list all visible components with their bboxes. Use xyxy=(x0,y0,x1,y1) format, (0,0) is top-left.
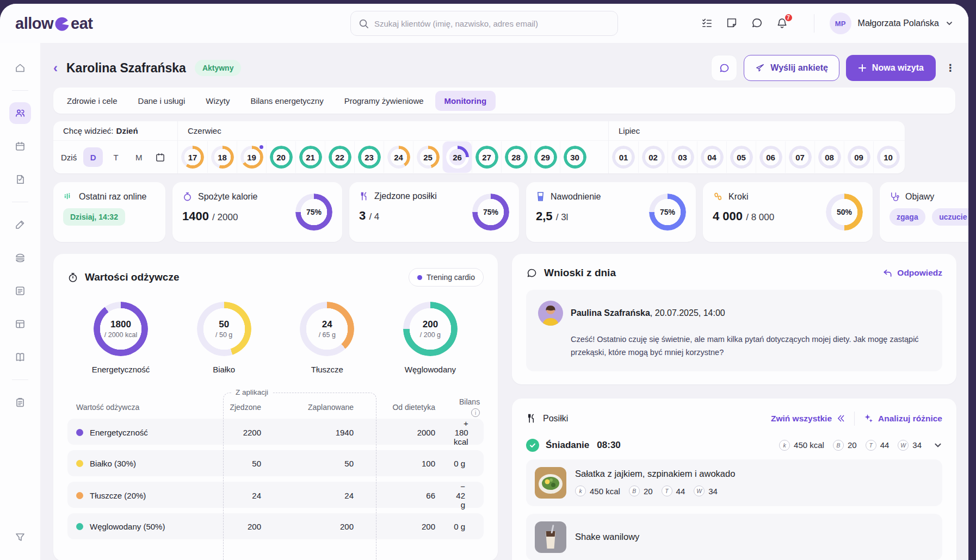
message-client-button[interactable] xyxy=(711,55,737,81)
meal-item-title: Sałatka z jajkiem, szpinakiem i awokado xyxy=(575,469,735,479)
sidebar xyxy=(0,43,40,560)
notes-icon[interactable] xyxy=(726,17,739,30)
sidebar-item-calendar[interactable] xyxy=(9,135,31,157)
tab-0[interactable]: Zdrowie i cele xyxy=(58,91,127,111)
day-cell-26[interactable]: 26 xyxy=(442,141,472,173)
last-online-value: Dzisiaj, 14:32 xyxy=(63,208,125,226)
training-tag[interactable]: Trening cardio xyxy=(409,268,484,287)
search-input[interactable] xyxy=(374,19,610,28)
collapse-all-button[interactable]: Zwiń wszystkie xyxy=(771,414,845,424)
tab-5[interactable]: Monitoring xyxy=(435,91,496,111)
day-cell-22[interactable]: 22 xyxy=(325,141,354,173)
sidebar-item-documents[interactable] xyxy=(9,169,31,190)
chat-icon[interactable] xyxy=(751,17,764,30)
day-cell-29[interactable]: 29 xyxy=(530,141,560,173)
sidebar-divider xyxy=(12,202,28,202)
sidebar-divider xyxy=(12,379,28,380)
symptom-tag[interactable]: zgaga xyxy=(889,208,925,226)
carbs-icon: W xyxy=(694,486,705,496)
day-cell-23[interactable]: 23 xyxy=(354,141,384,173)
search-bar[interactable] xyxy=(350,11,618,36)
carbs-icon: W xyxy=(898,440,909,451)
view-mode-day[interactable]: D xyxy=(83,147,103,167)
tasks-icon[interactable] xyxy=(701,17,714,30)
day-cell-28[interactable]: 28 xyxy=(501,141,530,173)
chevron-down-icon[interactable] xyxy=(934,441,942,450)
send-survey-button[interactable]: Wyślij ankietę xyxy=(744,55,839,81)
new-visit-button[interactable]: Nowa wizyta xyxy=(846,55,936,81)
meal-item-title: Shake wanilowy xyxy=(575,532,639,542)
water-glass-icon xyxy=(536,191,545,202)
tab-1[interactable]: Dane i usługi xyxy=(129,91,195,111)
row-color-dot xyxy=(76,460,83,467)
back-button[interactable]: ‹ xyxy=(53,60,58,76)
tab-3[interactable]: Bilans energetyczny xyxy=(241,91,332,111)
tab-4[interactable]: Programy żywieniowe xyxy=(335,91,433,111)
day-cell-07[interactable]: 07 xyxy=(785,141,814,173)
donut-fat: 24/ 65 g Tłuszcze xyxy=(283,302,370,374)
day-cell-05[interactable]: 05 xyxy=(726,141,756,173)
steps-donut: 50% xyxy=(826,194,863,231)
day-cell-17[interactable]: 17 xyxy=(178,141,207,173)
day-cell-25[interactable]: 25 xyxy=(413,141,442,173)
message-author-line: Paulina Szafrańska, 20.07.2025, 14:00 xyxy=(571,308,725,318)
row-color-dot xyxy=(76,429,83,436)
protein-icon: B xyxy=(833,440,844,451)
sidebar-item-edit[interactable] xyxy=(9,214,31,235)
card-hydration: Nawodnienie 2,5 / 3l 75% xyxy=(526,182,696,242)
sidebar-item-tables[interactable] xyxy=(9,313,31,335)
table-header: Wartość odżywcza Zjedzone Zaplanowane Od… xyxy=(67,396,484,419)
sidebar-item-clients[interactable] xyxy=(9,102,31,124)
meal-group-breakfast[interactable]: Śniadanie 08:30 k450 kcal B20 T44 W34 xyxy=(526,439,942,452)
sidebar-item-plans[interactable] xyxy=(9,280,31,302)
day-cell-01[interactable]: 01 xyxy=(609,141,638,173)
sidebar-item-library[interactable] xyxy=(9,346,31,368)
calories-icon xyxy=(182,191,193,202)
meal-item[interactable]: Sałatka z jajkiem, szpinakiem i awokado … xyxy=(526,459,942,506)
message-card: Paulina Szafrańska, 20.07.2025, 14:00 Cz… xyxy=(526,290,942,371)
day-cell-10[interactable]: 10 xyxy=(873,141,903,173)
today-label[interactable]: Dziś xyxy=(61,153,77,162)
tab-2[interactable]: Wizyty xyxy=(196,91,239,111)
analyze-differences-button[interactable]: Analizuj różnice xyxy=(863,413,942,424)
kcal-icon: k xyxy=(779,440,790,451)
day-cell-27[interactable]: 27 xyxy=(472,141,501,173)
sidebar-item-filter[interactable] xyxy=(9,526,31,548)
card-title: Ostatni raz online xyxy=(79,192,147,202)
more-options-button[interactable]: ⋮ xyxy=(946,66,955,70)
day-cell-06[interactable]: 06 xyxy=(756,141,785,173)
steps-icon xyxy=(713,191,723,202)
day-cell-24[interactable]: 24 xyxy=(384,141,413,173)
view-selector-section: Chcę widzieć:Dzień Dziś D T M xyxy=(53,121,177,173)
day-cell-02[interactable]: 02 xyxy=(638,141,668,173)
reply-button[interactable]: Odpowiedz xyxy=(882,268,942,278)
day-cell-21[interactable]: 21 xyxy=(295,141,325,173)
day-cell-09[interactable]: 09 xyxy=(844,141,873,173)
bell-icon[interactable]: 7 xyxy=(776,17,789,30)
donut-carbs: 200/ 200 g Węglowodany xyxy=(387,302,474,374)
sidebar-item-meals[interactable] xyxy=(9,247,31,269)
symptom-tag[interactable]: uczucie c xyxy=(932,208,968,226)
stethoscope-icon xyxy=(889,191,900,202)
chevron-down-icon xyxy=(946,20,953,27)
meal-item[interactable]: Shake wanilowy xyxy=(526,514,942,560)
day-cell-08[interactable]: 08 xyxy=(814,141,844,173)
day-cell-03[interactable]: 03 xyxy=(668,141,697,173)
sidebar-item-home[interactable] xyxy=(9,57,31,79)
info-icon[interactable]: i xyxy=(471,408,480,417)
card-title: Kroki xyxy=(728,192,748,202)
day-cell-04[interactable]: 04 xyxy=(697,141,726,173)
sparkles-icon xyxy=(863,413,874,424)
calendar-picker-icon[interactable] xyxy=(155,152,165,163)
profile-menu[interactable]: MP Małgorzata Polańska xyxy=(830,13,953,34)
calories-donut: 75% xyxy=(295,194,332,231)
sidebar-item-clipboard[interactable] xyxy=(9,391,31,413)
day-cell-19[interactable]: 19 xyxy=(237,141,266,173)
day-cell-20[interactable]: 20 xyxy=(266,141,295,173)
view-mode-week[interactable]: T xyxy=(106,147,126,167)
meal-photo xyxy=(535,467,566,499)
day-cell-30[interactable]: 30 xyxy=(560,141,589,173)
stopwatch-icon xyxy=(67,272,78,283)
day-cell-18[interactable]: 18 xyxy=(207,141,237,173)
view-mode-month[interactable]: M xyxy=(129,147,149,167)
